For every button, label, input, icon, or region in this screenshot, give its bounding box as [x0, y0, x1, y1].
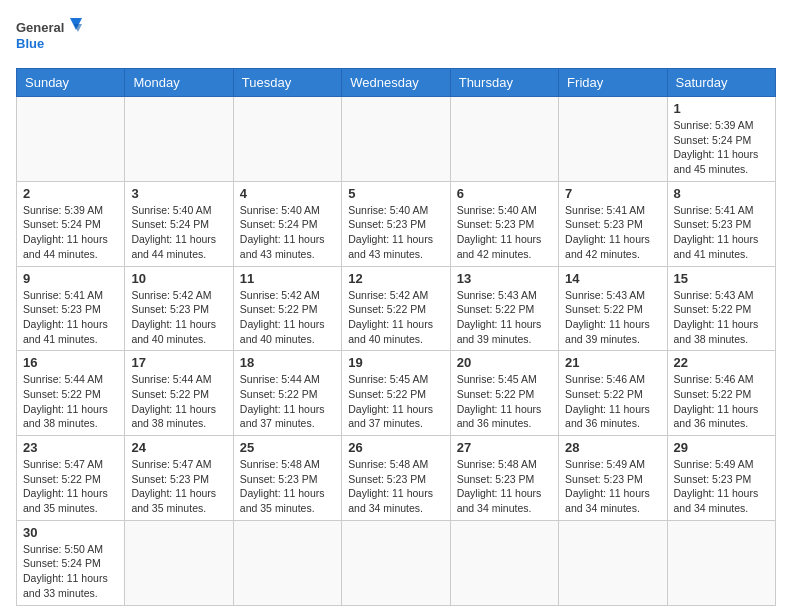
calendar-day-cell: 6Sunrise: 5:40 AMSunset: 5:23 PMDaylight… [450, 181, 558, 266]
calendar-day-cell [667, 520, 775, 605]
calendar-day-cell: 28Sunrise: 5:49 AMSunset: 5:23 PMDayligh… [559, 436, 667, 521]
day-info: Sunrise: 5:49 AMSunset: 5:23 PMDaylight:… [674, 457, 769, 516]
calendar-day-cell: 1Sunrise: 5:39 AMSunset: 5:24 PMDaylight… [667, 97, 775, 182]
day-number: 17 [131, 355, 226, 370]
day-info: Sunrise: 5:41 AMSunset: 5:23 PMDaylight:… [23, 288, 118, 347]
calendar-day-cell: 9Sunrise: 5:41 AMSunset: 5:23 PMDaylight… [17, 266, 125, 351]
day-number: 10 [131, 271, 226, 286]
day-number: 27 [457, 440, 552, 455]
day-info: Sunrise: 5:45 AMSunset: 5:22 PMDaylight:… [348, 372, 443, 431]
day-number: 8 [674, 186, 769, 201]
generalblue-logo: General Blue [16, 16, 86, 58]
day-number: 22 [674, 355, 769, 370]
calendar-day-cell: 14Sunrise: 5:43 AMSunset: 5:22 PMDayligh… [559, 266, 667, 351]
weekday-header-cell: Wednesday [342, 69, 450, 97]
calendar-day-cell [17, 97, 125, 182]
calendar-week-row: 1Sunrise: 5:39 AMSunset: 5:24 PMDaylight… [17, 97, 776, 182]
day-info: Sunrise: 5:40 AMSunset: 5:23 PMDaylight:… [348, 203, 443, 262]
day-info: Sunrise: 5:42 AMSunset: 5:23 PMDaylight:… [131, 288, 226, 347]
weekday-header-cell: Tuesday [233, 69, 341, 97]
day-info: Sunrise: 5:39 AMSunset: 5:24 PMDaylight:… [674, 118, 769, 177]
day-number: 29 [674, 440, 769, 455]
day-info: Sunrise: 5:46 AMSunset: 5:22 PMDaylight:… [674, 372, 769, 431]
calendar-body: 1Sunrise: 5:39 AMSunset: 5:24 PMDaylight… [17, 97, 776, 606]
day-info: Sunrise: 5:43 AMSunset: 5:22 PMDaylight:… [674, 288, 769, 347]
day-number: 24 [131, 440, 226, 455]
calendar-day-cell [450, 97, 558, 182]
day-info: Sunrise: 5:44 AMSunset: 5:22 PMDaylight:… [131, 372, 226, 431]
calendar-day-cell [342, 97, 450, 182]
svg-text:General: General [16, 20, 64, 35]
calendar-week-row: 2Sunrise: 5:39 AMSunset: 5:24 PMDaylight… [17, 181, 776, 266]
day-number: 2 [23, 186, 118, 201]
day-number: 3 [131, 186, 226, 201]
calendar-day-cell: 19Sunrise: 5:45 AMSunset: 5:22 PMDayligh… [342, 351, 450, 436]
calendar-day-cell: 3Sunrise: 5:40 AMSunset: 5:24 PMDaylight… [125, 181, 233, 266]
calendar-day-cell: 25Sunrise: 5:48 AMSunset: 5:23 PMDayligh… [233, 436, 341, 521]
day-info: Sunrise: 5:41 AMSunset: 5:23 PMDaylight:… [565, 203, 660, 262]
day-info: Sunrise: 5:39 AMSunset: 5:24 PMDaylight:… [23, 203, 118, 262]
calendar-day-cell: 2Sunrise: 5:39 AMSunset: 5:24 PMDaylight… [17, 181, 125, 266]
day-number: 4 [240, 186, 335, 201]
calendar-week-row: 16Sunrise: 5:44 AMSunset: 5:22 PMDayligh… [17, 351, 776, 436]
calendar-day-cell [233, 520, 341, 605]
day-number: 23 [23, 440, 118, 455]
logo: General Blue [16, 16, 86, 58]
calendar-day-cell: 16Sunrise: 5:44 AMSunset: 5:22 PMDayligh… [17, 351, 125, 436]
day-info: Sunrise: 5:49 AMSunset: 5:23 PMDaylight:… [565, 457, 660, 516]
day-number: 15 [674, 271, 769, 286]
calendar-day-cell: 18Sunrise: 5:44 AMSunset: 5:22 PMDayligh… [233, 351, 341, 436]
day-number: 26 [348, 440, 443, 455]
day-number: 12 [348, 271, 443, 286]
weekday-header-cell: Friday [559, 69, 667, 97]
day-info: Sunrise: 5:44 AMSunset: 5:22 PMDaylight:… [240, 372, 335, 431]
day-number: 9 [23, 271, 118, 286]
calendar-day-cell [559, 520, 667, 605]
day-number: 30 [23, 525, 118, 540]
day-number: 13 [457, 271, 552, 286]
calendar-day-cell [125, 520, 233, 605]
calendar-day-cell: 5Sunrise: 5:40 AMSunset: 5:23 PMDaylight… [342, 181, 450, 266]
day-number: 19 [348, 355, 443, 370]
day-number: 21 [565, 355, 660, 370]
weekday-header-row: SundayMondayTuesdayWednesdayThursdayFrid… [17, 69, 776, 97]
weekday-header-cell: Sunday [17, 69, 125, 97]
day-info: Sunrise: 5:45 AMSunset: 5:22 PMDaylight:… [457, 372, 552, 431]
day-number: 25 [240, 440, 335, 455]
day-info: Sunrise: 5:46 AMSunset: 5:22 PMDaylight:… [565, 372, 660, 431]
day-info: Sunrise: 5:44 AMSunset: 5:22 PMDaylight:… [23, 372, 118, 431]
calendar-week-row: 9Sunrise: 5:41 AMSunset: 5:23 PMDaylight… [17, 266, 776, 351]
calendar-day-cell: 17Sunrise: 5:44 AMSunset: 5:22 PMDayligh… [125, 351, 233, 436]
calendar-day-cell: 26Sunrise: 5:48 AMSunset: 5:23 PMDayligh… [342, 436, 450, 521]
calendar-week-row: 23Sunrise: 5:47 AMSunset: 5:22 PMDayligh… [17, 436, 776, 521]
calendar-day-cell: 30Sunrise: 5:50 AMSunset: 5:24 PMDayligh… [17, 520, 125, 605]
calendar-day-cell: 15Sunrise: 5:43 AMSunset: 5:22 PMDayligh… [667, 266, 775, 351]
calendar-day-cell [342, 520, 450, 605]
day-info: Sunrise: 5:48 AMSunset: 5:23 PMDaylight:… [348, 457, 443, 516]
calendar-day-cell [233, 97, 341, 182]
day-info: Sunrise: 5:50 AMSunset: 5:24 PMDaylight:… [23, 542, 118, 601]
day-info: Sunrise: 5:43 AMSunset: 5:22 PMDaylight:… [565, 288, 660, 347]
calendar-table: SundayMondayTuesdayWednesdayThursdayFrid… [16, 68, 776, 606]
calendar-day-cell: 22Sunrise: 5:46 AMSunset: 5:22 PMDayligh… [667, 351, 775, 436]
day-info: Sunrise: 5:43 AMSunset: 5:22 PMDaylight:… [457, 288, 552, 347]
calendar-day-cell: 23Sunrise: 5:47 AMSunset: 5:22 PMDayligh… [17, 436, 125, 521]
day-number: 6 [457, 186, 552, 201]
day-info: Sunrise: 5:40 AMSunset: 5:24 PMDaylight:… [131, 203, 226, 262]
weekday-header-cell: Thursday [450, 69, 558, 97]
calendar-day-cell: 8Sunrise: 5:41 AMSunset: 5:23 PMDaylight… [667, 181, 775, 266]
calendar-day-cell: 13Sunrise: 5:43 AMSunset: 5:22 PMDayligh… [450, 266, 558, 351]
day-number: 28 [565, 440, 660, 455]
day-number: 5 [348, 186, 443, 201]
weekday-header-cell: Saturday [667, 69, 775, 97]
calendar-day-cell: 7Sunrise: 5:41 AMSunset: 5:23 PMDaylight… [559, 181, 667, 266]
day-number: 18 [240, 355, 335, 370]
calendar-day-cell: 21Sunrise: 5:46 AMSunset: 5:22 PMDayligh… [559, 351, 667, 436]
day-number: 1 [674, 101, 769, 116]
day-number: 16 [23, 355, 118, 370]
day-info: Sunrise: 5:40 AMSunset: 5:23 PMDaylight:… [457, 203, 552, 262]
day-info: Sunrise: 5:42 AMSunset: 5:22 PMDaylight:… [240, 288, 335, 347]
page-header: General Blue [16, 16, 776, 58]
day-number: 14 [565, 271, 660, 286]
day-info: Sunrise: 5:42 AMSunset: 5:22 PMDaylight:… [348, 288, 443, 347]
